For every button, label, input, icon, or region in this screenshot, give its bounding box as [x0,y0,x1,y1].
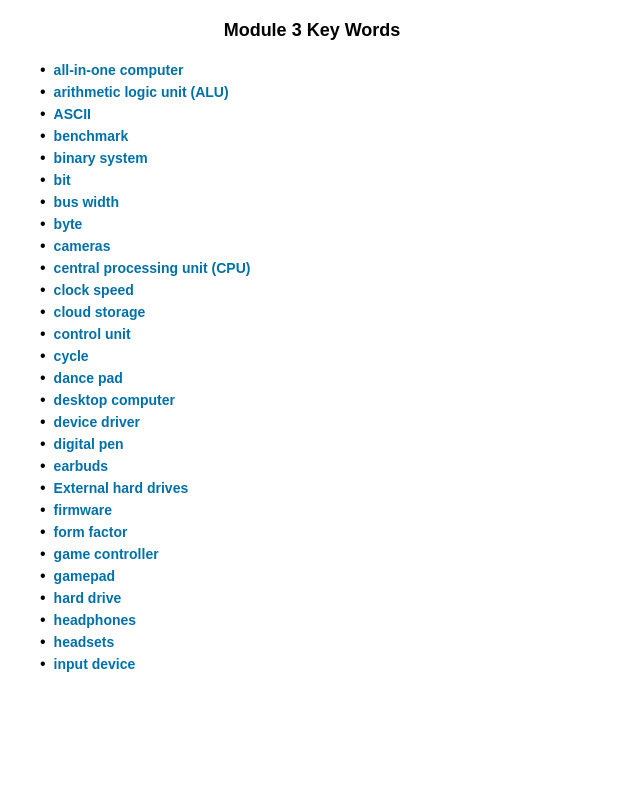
list-item: External hard drives [40,479,594,497]
keyword-text: cloud storage [54,304,146,320]
keyword-text: binary system [54,150,148,166]
list-item: input device [40,655,594,673]
keyword-text: cameras [54,238,111,254]
list-item: cameras [40,237,594,255]
keyword-text: firmware [54,502,112,518]
keyword-text: headphones [54,612,136,628]
keyword-text: benchmark [54,128,129,144]
list-item: clock speed [40,281,594,299]
keyword-text: clock speed [54,282,134,298]
keyword-text: headsets [54,634,115,650]
list-item: headsets [40,633,594,651]
list-item: byte [40,215,594,233]
keyword-text: desktop computer [54,392,175,408]
list-item: bus width [40,193,594,211]
list-item: binary system [40,149,594,167]
list-item: arithmetic logic unit (ALU) [40,83,594,101]
keyword-text: control unit [54,326,131,342]
list-item: dance pad [40,369,594,387]
keyword-text: arithmetic logic unit (ALU) [54,84,229,100]
keyword-text: game controller [54,546,159,562]
list-item: game controller [40,545,594,563]
keyword-text: bit [54,172,71,188]
keyword-text: hard drive [54,590,122,606]
list-item: digital pen [40,435,594,453]
list-item: device driver [40,413,594,431]
list-item: form factor [40,523,594,541]
list-item: hard drive [40,589,594,607]
keywords-list: all-in-one computerarithmetic logic unit… [30,61,594,673]
keyword-text: bus width [54,194,119,210]
list-item: earbuds [40,457,594,475]
keyword-text: device driver [54,414,140,430]
list-item: firmware [40,501,594,519]
page-title: Module 3 Key Words [30,20,594,41]
list-item: bit [40,171,594,189]
keyword-text: cycle [54,348,89,364]
list-item: central processing unit (CPU) [40,259,594,277]
list-item: headphones [40,611,594,629]
keyword-text: ASCII [54,106,91,122]
list-item: gamepad [40,567,594,585]
keyword-text: gamepad [54,568,115,584]
keyword-text: central processing unit (CPU) [54,260,251,276]
list-item: control unit [40,325,594,343]
keyword-text: External hard drives [54,480,189,496]
list-item: ASCII [40,105,594,123]
keyword-text: digital pen [54,436,124,452]
keyword-text: earbuds [54,458,108,474]
keyword-text: byte [54,216,83,232]
list-item: cloud storage [40,303,594,321]
list-item: desktop computer [40,391,594,409]
list-item: benchmark [40,127,594,145]
keyword-text: dance pad [54,370,123,386]
keyword-text: input device [54,656,136,672]
keyword-text: form factor [54,524,128,540]
list-item: cycle [40,347,594,365]
keyword-text: all-in-one computer [54,62,184,78]
list-item: all-in-one computer [40,61,594,79]
